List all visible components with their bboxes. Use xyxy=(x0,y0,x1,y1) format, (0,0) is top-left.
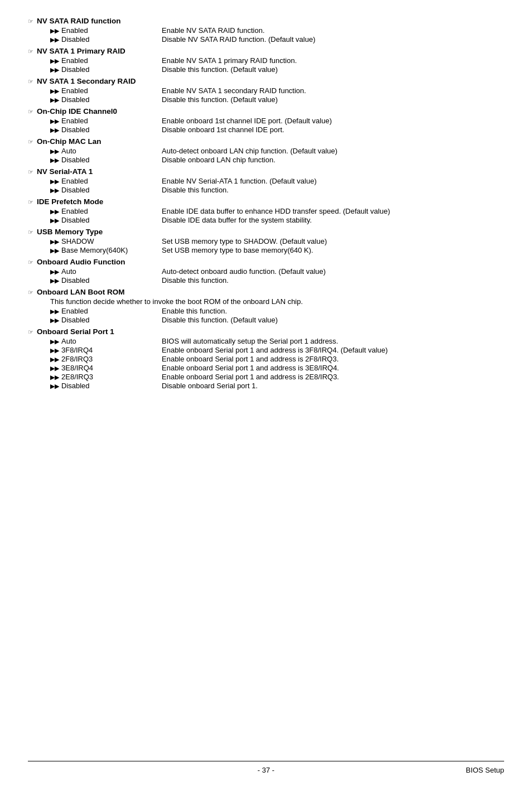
bullet-icon: ▶▶ xyxy=(50,247,59,254)
bullet-icon: ▶▶ xyxy=(50,178,59,185)
option-label: Disabled xyxy=(61,95,90,104)
section-header-nv-sata-1-secondary: ☞NV SATA 1 Secondary RAID xyxy=(28,77,504,85)
section-title: Onboard Serial Port 1 xyxy=(37,327,114,336)
option-row: ▶▶EnabledEnable IDE data buffer to enhan… xyxy=(50,207,504,215)
section-nv-serial-ata-1: ☞NV Serial-ATA 1▶▶EnabledEnable NV Seria… xyxy=(28,167,504,194)
bullet-icon: ▶▶ xyxy=(50,88,59,95)
cursor-icon: ☞ xyxy=(28,168,33,176)
options-list: ▶▶EnabledEnable this function.▶▶Disabled… xyxy=(50,307,504,324)
section-on-chip-ide: ☞On-Chip IDE Channel0▶▶EnabledEnable onb… xyxy=(28,107,504,134)
option-name: ▶▶Disabled xyxy=(50,65,162,74)
option-row: ▶▶Base Memory(640K)Set USB memory type t… xyxy=(50,246,504,254)
option-name: ▶▶Disabled xyxy=(50,216,162,224)
section-header-nv-serial-ata-1: ☞NV Serial-ATA 1 xyxy=(28,167,504,176)
bullet-icon: ▶▶ xyxy=(50,36,59,44)
section-title: NV SATA RAID function xyxy=(37,17,120,25)
option-name: ▶▶3F8/IRQ4 xyxy=(50,346,162,354)
option-row: ▶▶EnabledEnable onboard 1st channel IDE … xyxy=(50,117,504,125)
option-row: ▶▶EnabledEnable this function. xyxy=(50,307,504,315)
option-row: ▶▶DisabledDisable onboard Serial port 1. xyxy=(50,382,504,390)
section-header-onboard-lan-boot-rom: ☞Onboard LAN Boot ROM xyxy=(28,288,504,296)
options-list: ▶▶EnabledEnable onboard 1st channel IDE … xyxy=(50,117,504,134)
option-row: ▶▶EnabledEnable NV SATA RAID function. xyxy=(50,26,504,35)
option-name: ▶▶3E8/IRQ4 xyxy=(50,364,162,372)
cursor-icon: ☞ xyxy=(28,78,33,85)
bullet-icon: ▶▶ xyxy=(50,347,59,354)
option-description: Auto-detect onboard audio function. (Def… xyxy=(162,267,504,276)
cursor-icon: ☞ xyxy=(28,259,33,266)
bullet-icon: ▶▶ xyxy=(50,383,59,390)
option-description: Enable NV Serial-ATA 1 function. (Defaul… xyxy=(162,177,504,185)
option-name: ▶▶Disabled xyxy=(50,186,162,194)
section-title: NV SATA 1 Secondary RAID xyxy=(37,77,136,85)
option-description: Disable onboard 1st channel IDE port. xyxy=(162,126,504,134)
option-label: Enabled xyxy=(61,56,88,65)
option-label: Enabled xyxy=(61,117,88,125)
option-row: ▶▶AutoAuto-detect onboard LAN chip funct… xyxy=(50,147,504,155)
bullet-icon: ▶▶ xyxy=(50,338,59,345)
footer-title: BIOS Setup xyxy=(466,766,504,774)
section-title: On-Chip MAC Lan xyxy=(37,137,101,146)
option-row: ▶▶DisabledDisable this function. xyxy=(50,186,504,194)
section-nv-sata-1-primary: ☞NV SATA 1 Primary RAID▶▶EnabledEnable N… xyxy=(28,47,504,74)
option-label: Auto xyxy=(61,337,76,345)
option-name: ▶▶Auto xyxy=(50,337,162,345)
bullet-icon: ▶▶ xyxy=(50,127,59,134)
option-name: ▶▶Enabled xyxy=(50,86,162,95)
section-title: IDE Prefetch Mode xyxy=(37,197,103,206)
option-label: Enabled xyxy=(61,177,88,185)
option-row: ▶▶3F8/IRQ4Enable onboard Serial port 1 a… xyxy=(50,346,504,354)
option-row: ▶▶DisabledDisable NV SATA RAID function.… xyxy=(50,35,504,44)
option-description: Set USB memory type to base memory(640 K… xyxy=(162,246,504,254)
section-title: USB Memory Type xyxy=(37,228,103,236)
option-name: ▶▶Disabled xyxy=(50,156,162,164)
section-header-on-chip-ide: ☞On-Chip IDE Channel0 xyxy=(28,107,504,115)
option-row: ▶▶DisabledDisable this function. (Defaul… xyxy=(50,65,504,74)
option-description: Disable this function. (Default value) xyxy=(162,65,504,74)
cursor-icon: ☞ xyxy=(28,229,33,236)
option-description: Disable this function. xyxy=(162,186,504,194)
cursor-icon: ☞ xyxy=(28,48,33,55)
option-label: SHADOW xyxy=(61,237,94,245)
option-label: Enabled xyxy=(61,26,88,35)
section-header-onboard-audio: ☞Onboard Audio Function xyxy=(28,258,504,266)
option-description: Enable onboard Serial port 1 and address… xyxy=(162,364,504,372)
option-label: 3E8/IRQ4 xyxy=(61,364,93,372)
option-description: Disable onboard Serial port 1. xyxy=(162,382,504,390)
option-label: Base Memory(640K) xyxy=(61,246,128,254)
option-description: BIOS will automatically setup the Serial… xyxy=(162,337,504,345)
options-list: ▶▶AutoAuto-detect onboard audio function… xyxy=(50,267,504,284)
option-description: Enable this function. xyxy=(162,307,504,315)
option-name: ▶▶SHADOW xyxy=(50,237,162,245)
options-list: ▶▶AutoAuto-detect onboard LAN chip funct… xyxy=(50,147,504,164)
section-note: This function decide whether to invoke t… xyxy=(50,297,504,306)
section-onboard-audio: ☞Onboard Audio Function▶▶AutoAuto-detect… xyxy=(28,258,504,284)
option-name: ▶▶2F8/IRQ3 xyxy=(50,355,162,363)
bullet-icon: ▶▶ xyxy=(50,374,59,381)
section-title: On-Chip IDE Channel0 xyxy=(37,107,117,115)
options-list: ▶▶EnabledEnable NV Serial-ATA 1 function… xyxy=(50,177,504,194)
option-description: Enable NV SATA 1 primary RAID function. xyxy=(162,56,504,65)
bullet-icon: ▶▶ xyxy=(50,317,59,324)
bullet-icon: ▶▶ xyxy=(50,118,59,125)
option-description: Disable IDE data buffer for the system s… xyxy=(162,216,504,224)
option-description: Enable NV SATA RAID function. xyxy=(162,26,504,35)
option-label: Auto xyxy=(61,147,76,155)
option-description: Disable onboard LAN chip function. xyxy=(162,156,504,164)
cursor-icon: ☞ xyxy=(28,18,33,25)
option-description: Enable onboard Serial port 1 and address… xyxy=(162,373,504,381)
option-row: ▶▶DisabledDisable this function. (Defaul… xyxy=(50,95,504,104)
bullet-icon: ▶▶ xyxy=(50,238,59,245)
option-row: ▶▶AutoAuto-detect onboard audio function… xyxy=(50,267,504,276)
option-description: Enable NV SATA 1 secondary RAID function… xyxy=(162,86,504,95)
option-description: Disable this function. (Default value) xyxy=(162,95,504,104)
option-row: ▶▶DisabledDisable onboard LAN chip funct… xyxy=(50,156,504,164)
option-name: ▶▶Disabled xyxy=(50,382,162,390)
option-row: ▶▶AutoBIOS will automatically setup the … xyxy=(50,337,504,345)
section-header-on-chip-mac-lan: ☞On-Chip MAC Lan xyxy=(28,137,504,146)
option-label: 3F8/IRQ4 xyxy=(61,346,93,354)
bullet-icon: ▶▶ xyxy=(50,97,59,104)
option-row: ▶▶EnabledEnable NV SATA 1 primary RAID f… xyxy=(50,56,504,65)
option-name: ▶▶Base Memory(640K) xyxy=(50,246,162,254)
option-description: Enable onboard Serial port 1 and address… xyxy=(162,346,504,354)
